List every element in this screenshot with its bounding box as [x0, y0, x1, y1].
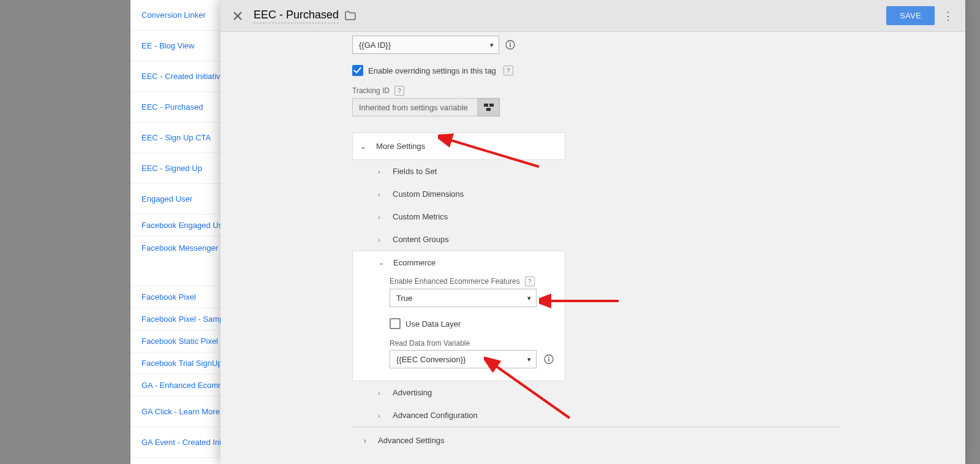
fields-to-set-label: Fields to Set: [393, 167, 437, 176]
svg-point-9: [548, 357, 549, 358]
custom-metrics-row[interactable]: › Custom Metrics: [352, 205, 842, 228]
enable-eec-value: True: [396, 294, 412, 303]
svg-rect-4: [510, 44, 511, 47]
advanced-settings-toggle[interactable]: › Advanced Settings: [352, 427, 842, 454]
chevron-right-icon: ›: [378, 236, 385, 243]
advanced-settings-label: Advanced Settings: [378, 436, 444, 445]
chevron-down-icon: ⌄: [359, 142, 368, 151]
ga-settings-value: {{GA ID}}: [359, 40, 391, 50]
folder-icon[interactable]: [345, 11, 356, 20]
ecommerce-toggle[interactable]: ⌄ Ecommerce: [353, 251, 565, 274]
tracking-id-label: Tracking ID: [352, 86, 390, 95]
advertising-row[interactable]: › Advertising: [352, 381, 842, 404]
svg-rect-6: [489, 104, 494, 107]
ecommerce-card: ⌄ Ecommerce Enable Enhanced Ecommerce Fe…: [352, 251, 565, 381]
read-variable-select[interactable]: {{EEC Conversion}}: [390, 350, 537, 368]
tracking-id-value: Inherited from settings variable: [359, 103, 468, 112]
custom-metrics-label: Custom Metrics: [393, 212, 448, 221]
tag-title-input[interactable]: EEC - Purchased: [254, 9, 339, 23]
close-button[interactable]: [229, 7, 246, 25]
advanced-config-label: Advanced Configuration: [393, 411, 478, 420]
save-button[interactable]: SAVE: [886, 6, 935, 25]
svg-rect-10: [548, 359, 549, 362]
content-groups-label: Content Groups: [393, 235, 449, 244]
chevron-right-icon: ›: [378, 168, 385, 175]
chevron-right-icon: ›: [378, 191, 385, 198]
svg-point-3: [510, 42, 511, 44]
override-settings-checkbox[interactable]: [352, 65, 363, 76]
content-groups-row[interactable]: › Content Groups: [352, 228, 842, 251]
enable-eec-label: Enable Enhanced Ecommerce Features: [390, 277, 520, 286]
use-data-layer-checkbox[interactable]: [390, 318, 401, 329]
chevron-down-icon: ⌄: [379, 259, 386, 267]
variable-picker-button[interactable]: [478, 98, 500, 116]
help-icon[interactable]: ?: [503, 66, 513, 75]
more-settings-toggle[interactable]: ⌄ More Settings: [353, 133, 565, 159]
brick-icon: [484, 104, 494, 111]
use-data-layer-label: Use Data Layer: [405, 319, 461, 329]
help-icon[interactable]: ?: [394, 86, 404, 96]
read-variable-value: {{EEC Conversion}}: [396, 355, 466, 364]
svg-rect-5: [484, 104, 488, 107]
chevron-right-icon: ›: [378, 412, 385, 419]
more-settings-card: ⌄ More Settings: [352, 132, 565, 160]
chevron-right-icon: ›: [378, 389, 385, 397]
tag-editor-panel: EEC - Purchased SAVE ⋮ {{GA ID}} Enable …: [221, 0, 965, 464]
fields-to-set-row[interactable]: › Fields to Set: [352, 160, 842, 183]
read-variable-label: Read Data from Variable: [390, 339, 470, 348]
advanced-config-row[interactable]: › Advanced Configuration: [352, 404, 842, 427]
custom-dimensions-label: Custom Dimensions: [393, 189, 464, 199]
more-settings-label: More Settings: [376, 142, 425, 151]
info-icon[interactable]: [544, 354, 554, 364]
override-settings-label: Enable overriding settings in this tag: [368, 66, 496, 75]
custom-dimensions-row[interactable]: › Custom Dimensions: [352, 183, 842, 205]
info-icon[interactable]: [505, 40, 515, 50]
tracking-id-input[interactable]: Inherited from settings variable: [352, 98, 478, 116]
ecommerce-label: Ecommerce: [393, 258, 435, 267]
ga-settings-select[interactable]: {{GA ID}}: [352, 36, 499, 54]
chevron-right-icon: ›: [378, 213, 385, 221]
svg-rect-7: [486, 108, 491, 111]
advertising-label: Advertising: [393, 388, 432, 397]
panel-header: EEC - Purchased SAVE ⋮: [221, 0, 965, 32]
more-menu-button[interactable]: ⋮: [940, 9, 957, 23]
chevron-right-icon: ›: [361, 436, 369, 445]
help-icon[interactable]: ?: [525, 276, 535, 286]
close-icon: [233, 11, 243, 21]
enable-eec-select[interactable]: True: [390, 289, 537, 307]
more-vert-icon: ⋮: [943, 10, 954, 22]
